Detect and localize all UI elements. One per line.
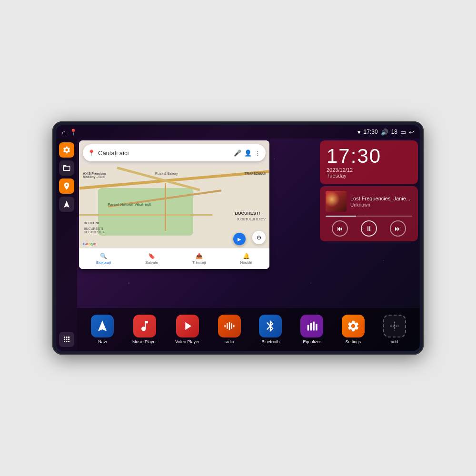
navi-label: Navi — [98, 339, 107, 345]
battery-icon: ▭ — [400, 129, 406, 136]
music-player-label: Music Player — [132, 339, 157, 345]
music-artist: Unknown — [350, 202, 412, 208]
music-title: Lost Frequencies_Janie... — [350, 196, 412, 201]
video-player-icon — [176, 315, 199, 337]
svg-rect-3 — [231, 323, 232, 329]
map-nav-button[interactable]: ▶ — [233, 233, 246, 245]
map-label-trap: TRAPEZULUI — [245, 172, 266, 175]
music-widget: Lost Frequencies_Janie... Unknown ⏮ ⏸ ⏭ — [320, 186, 418, 241]
sidebar — [56, 139, 77, 351]
sidebar-map-button[interactable] — [59, 178, 74, 194]
video-player-label: Video Player — [175, 339, 199, 345]
app-dock: Navi Music Player Video Player — [77, 308, 420, 351]
music-progress-fill — [326, 216, 356, 217]
sidebar-nav-button[interactable] — [59, 197, 74, 212]
map-news-tab[interactable]: 🔔 Noutăți — [240, 253, 252, 265]
volume-icon: 🔊 — [381, 129, 388, 136]
clock-time: 17:30 — [327, 146, 411, 166]
equalizer-icon — [300, 315, 323, 337]
wifi-icon: ▾ — [357, 129, 361, 136]
music-player-icon — [133, 315, 156, 337]
svg-rect-4 — [233, 325, 234, 327]
sidebar-settings-button[interactable] — [59, 142, 74, 158]
bluetooth-label: Bluetooth — [261, 339, 279, 345]
svg-rect-5 — [307, 325, 309, 330]
map-bottom-bar: 🔍 Explorați 🔖 Salvate 📤 — [79, 248, 269, 269]
music-pause-button[interactable]: ⏸ — [361, 220, 377, 237]
map-saved-tab[interactable]: 🔖 Salvate — [145, 253, 158, 265]
map-explore-tab[interactable]: 🔍 Explorați — [96, 253, 111, 265]
sidebar-files-button[interactable] — [59, 160, 74, 176]
app-settings[interactable]: Settings — [342, 315, 365, 345]
add-label: add — [391, 339, 398, 345]
app-video[interactable]: Video Player — [175, 315, 199, 345]
main-area: AXIS PremiumMobility - Sud Pizza & Baker… — [56, 139, 420, 351]
mic-icon[interactable]: 🎤 — [234, 149, 241, 157]
equalizer-label: Equalizer — [303, 339, 321, 345]
album-art-image — [326, 191, 347, 212]
map-label-park: Parcul Natural Văcărești — [108, 202, 151, 207]
status-bar-left: ⌂ 📍 — [62, 129, 77, 136]
map-area[interactable]: AXIS PremiumMobility - Sud Pizza & Baker… — [77, 139, 320, 308]
google-logo: Google — [83, 242, 96, 246]
music-controls: ⏮ ⏸ ⏭ — [326, 220, 412, 237]
map-container[interactable]: AXIS PremiumMobility - Sud Pizza & Baker… — [79, 140, 269, 269]
back-icon[interactable]: ↩ — [409, 129, 414, 136]
status-bar: ⌂ 📍 ▾ 17:30 🔊 18 ▭ ↩ — [56, 125, 420, 139]
map-label-jud: JUDEȚULUI ILFOV — [237, 218, 266, 221]
map-search-bar[interactable]: 📍 Căutați aici 🎤 👤 ⋮ — [83, 144, 266, 161]
app-add[interactable]: add — [383, 315, 406, 345]
app-equalizer[interactable]: Equalizer — [300, 315, 323, 345]
music-info: Lost Frequencies_Janie... Unknown — [326, 191, 412, 212]
bluetooth-icon — [259, 315, 282, 337]
svg-rect-0 — [224, 325, 225, 327]
settings-label: Settings — [346, 339, 361, 345]
app-music[interactable]: Music Player — [132, 315, 157, 345]
settings-icon — [342, 315, 365, 337]
map-location-button[interactable]: ⊙ — [252, 231, 266, 244]
radio-label: radio — [225, 339, 234, 345]
map-label-buc: BUCUREȘTI — [235, 211, 260, 216]
svg-rect-6 — [310, 323, 312, 330]
navi-icon — [91, 315, 114, 337]
svg-rect-8 — [316, 324, 317, 330]
music-text: Lost Frequencies_Janie... Unknown — [350, 196, 412, 208]
clock-date: 2023/12/12 Tuesday — [327, 167, 411, 178]
sidebar-apps-button[interactable] — [59, 332, 74, 347]
svg-rect-7 — [313, 321, 315, 330]
road-4 — [79, 214, 212, 216]
clock-widget: 17:30 2023/12/12 Tuesday — [320, 140, 418, 184]
maps-nav-icon[interactable]: 📍 — [69, 129, 77, 136]
map-share-tab[interactable]: 📤 Trimiteți — [192, 253, 206, 265]
radio-icon — [218, 315, 241, 337]
google-maps-icon: 📍 — [88, 149, 95, 157]
road-5 — [165, 183, 166, 231]
status-bar-right: ▾ 17:30 🔊 18 ▭ ↩ — [357, 129, 414, 136]
battery-level: 18 — [391, 129, 397, 135]
music-next-button[interactable]: ⏭ — [390, 220, 406, 237]
map-label-sector: BUCUREȘTISECTORUL 4 — [84, 227, 105, 234]
map-label-axis: AXIS PremiumMobility - Sud — [83, 172, 106, 178]
map-label-berceni: BERCENI — [84, 221, 99, 225]
app-navi[interactable]: Navi — [91, 315, 114, 345]
map-label-pizza: Pizza & Bakery — [155, 172, 178, 175]
account-icon[interactable]: 👤 — [244, 149, 252, 157]
add-icon — [383, 315, 406, 337]
music-prev-button[interactable]: ⏮ — [332, 220, 348, 237]
map-search-text: Căutați aici — [98, 149, 231, 157]
svg-rect-1 — [227, 323, 228, 329]
app-radio[interactable]: radio — [218, 315, 241, 345]
more-icon[interactable]: ⋮ — [255, 149, 261, 157]
svg-rect-2 — [229, 322, 230, 329]
status-time: 17:30 — [364, 129, 378, 135]
music-progress-bar[interactable] — [326, 216, 412, 217]
device-frame: ⌂ 📍 ▾ 17:30 🔊 18 ▭ ↩ — [52, 121, 424, 355]
home-nav-icon[interactable]: ⌂ — [62, 129, 66, 136]
app-bluetooth[interactable]: Bluetooth — [259, 315, 282, 345]
device-screen: ⌂ 📍 ▾ 17:30 🔊 18 ▭ ↩ — [56, 125, 420, 351]
right-panel: 17:30 2023/12/12 Tuesday — [320, 139, 420, 308]
map-background: AXIS PremiumMobility - Sud Pizza & Baker… — [79, 140, 269, 269]
album-art — [326, 191, 347, 212]
